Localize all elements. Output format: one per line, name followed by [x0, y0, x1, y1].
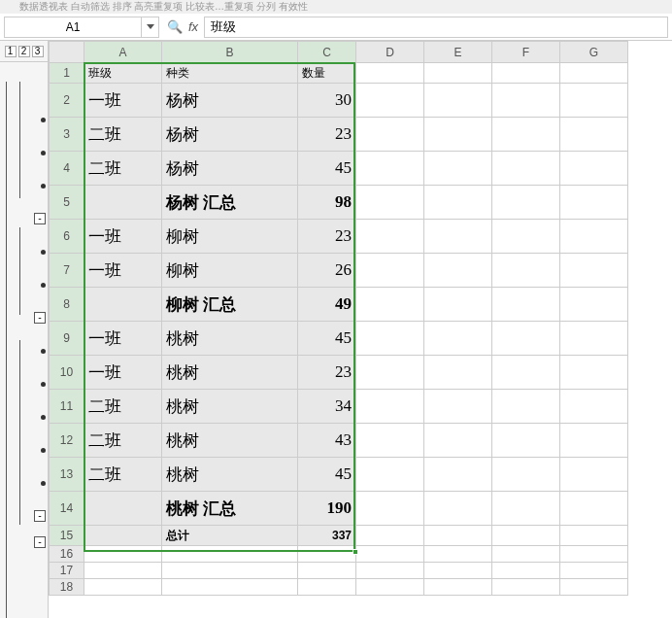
cell-C14[interactable]: 190	[298, 492, 355, 525]
cell-C15[interactable]: 337	[298, 526, 355, 545]
cell-D11[interactable]	[356, 390, 423, 423]
cell-G14[interactable]	[560, 492, 627, 525]
outline-collapse-button[interactable]: -	[34, 312, 46, 324]
cell-G2[interactable]	[560, 84, 627, 117]
cell-D16[interactable]	[356, 546, 423, 562]
cell-E9[interactable]	[424, 322, 491, 355]
cell-E13[interactable]	[424, 458, 491, 491]
cell-A10[interactable]: 一班	[84, 356, 161, 389]
cell-G11[interactable]	[560, 390, 627, 423]
cell-B7[interactable]: 柳树	[162, 254, 297, 287]
cell-E7[interactable]	[424, 254, 491, 287]
cell-G8[interactable]	[560, 288, 627, 321]
row-header-11[interactable]: 11	[50, 390, 84, 424]
cell-A14[interactable]	[84, 492, 161, 525]
cell-B13[interactable]: 桃树	[162, 458, 297, 491]
row-header-6[interactable]: 6	[50, 220, 84, 254]
row-header-2[interactable]: 2	[50, 84, 84, 118]
cell-D1[interactable]	[356, 63, 423, 83]
cell-B18[interactable]	[162, 579, 297, 595]
cell-C2[interactable]: 30	[298, 84, 355, 117]
outline-level-1[interactable]: 1	[5, 46, 17, 57]
cell-D13[interactable]	[356, 458, 423, 491]
cell-C17[interactable]	[298, 563, 355, 578]
cell-G4[interactable]	[560, 152, 627, 185]
cell-B15[interactable]: 总计	[162, 526, 297, 545]
cell-G6[interactable]	[560, 220, 627, 253]
cell-B16[interactable]	[162, 546, 297, 562]
cell-F10[interactable]	[492, 356, 559, 389]
cell-A9[interactable]: 一班	[84, 322, 161, 355]
cell-E10[interactable]	[424, 356, 491, 389]
cell-C18[interactable]	[298, 579, 355, 595]
outline-collapse-button[interactable]: -	[34, 510, 46, 522]
row-header-4[interactable]: 4	[50, 152, 84, 186]
row-header-1[interactable]: 1	[50, 63, 84, 84]
cell-A8[interactable]	[84, 288, 161, 321]
cell-B10[interactable]: 桃树	[162, 356, 297, 389]
row-header-5[interactable]: 5	[50, 186, 84, 220]
formula-input[interactable]	[204, 17, 668, 38]
cell-F6[interactable]	[492, 220, 559, 253]
cell-G17[interactable]	[560, 563, 627, 578]
cell-G9[interactable]	[560, 322, 627, 355]
cell-B3[interactable]: 杨树	[162, 118, 297, 151]
cell-G1[interactable]	[560, 63, 627, 83]
row-header-9[interactable]: 9	[50, 322, 84, 356]
col-header-B[interactable]: B	[162, 42, 298, 63]
cell-A15[interactable]	[84, 526, 161, 545]
cell-C11[interactable]: 34	[298, 390, 355, 423]
col-header-E[interactable]: E	[424, 42, 492, 63]
cell-B2[interactable]: 杨树	[162, 84, 297, 117]
col-header-A[interactable]: A	[84, 42, 162, 63]
row-header-18[interactable]: 18	[50, 579, 84, 596]
cell-A1[interactable]: 班级	[84, 63, 161, 83]
cell-G15[interactable]	[560, 526, 627, 545]
cell-B4[interactable]: 杨树	[162, 152, 297, 185]
row-header-3[interactable]: 3	[50, 118, 84, 152]
cell-C6[interactable]: 23	[298, 220, 355, 253]
cell-D3[interactable]	[356, 118, 423, 151]
cell-B14[interactable]: 桃树 汇总	[162, 492, 297, 525]
cell-C10[interactable]: 23	[298, 356, 355, 389]
cell-E12[interactable]	[424, 424, 491, 457]
cell-A2[interactable]: 一班	[84, 84, 161, 117]
name-box-input[interactable]	[5, 17, 141, 37]
cell-B6[interactable]: 柳树	[162, 220, 297, 253]
cell-G18[interactable]	[560, 579, 627, 595]
cell-F12[interactable]	[492, 424, 559, 457]
cell-B8[interactable]: 柳树 汇总	[162, 288, 297, 321]
cell-C5[interactable]: 98	[298, 186, 355, 219]
row-header-8[interactable]: 8	[50, 288, 84, 322]
cell-B1[interactable]: 种类	[162, 63, 297, 83]
row-header-13[interactable]: 13	[50, 458, 84, 492]
row-header-12[interactable]: 12	[50, 424, 84, 458]
row-header-10[interactable]: 10	[50, 356, 84, 390]
cell-D4[interactable]	[356, 152, 423, 185]
cell-A4[interactable]: 二班	[84, 152, 161, 185]
cell-C3[interactable]: 23	[298, 118, 355, 151]
cell-A18[interactable]	[84, 579, 161, 595]
cell-A16[interactable]	[84, 546, 161, 562]
name-box-dropdown[interactable]	[141, 17, 158, 37]
cell-C7[interactable]: 26	[298, 254, 355, 287]
cell-E18[interactable]	[424, 579, 491, 595]
cell-F1[interactable]	[492, 63, 559, 83]
cell-E6[interactable]	[424, 220, 491, 253]
cell-F16[interactable]	[492, 546, 559, 562]
cell-A3[interactable]: 二班	[84, 118, 161, 151]
cell-A11[interactable]: 二班	[84, 390, 161, 423]
cell-A13[interactable]: 二班	[84, 458, 161, 491]
cell-C16[interactable]	[298, 546, 355, 562]
cell-A7[interactable]: 一班	[84, 254, 161, 287]
cell-E11[interactable]	[424, 390, 491, 423]
row-header-15[interactable]: 15	[50, 526, 84, 546]
cell-D14[interactable]	[356, 492, 423, 525]
cell-F15[interactable]	[492, 526, 559, 545]
sheet[interactable]: ABCDEFG1班级种类数量2一班杨树303二班杨树234二班杨树455杨树 汇…	[49, 41, 672, 618]
cell-D15[interactable]	[356, 526, 423, 545]
cell-C9[interactable]: 45	[298, 322, 355, 355]
col-header-C[interactable]: C	[298, 42, 356, 63]
cell-E17[interactable]	[424, 563, 491, 578]
row-header-16[interactable]: 16	[50, 546, 84, 563]
